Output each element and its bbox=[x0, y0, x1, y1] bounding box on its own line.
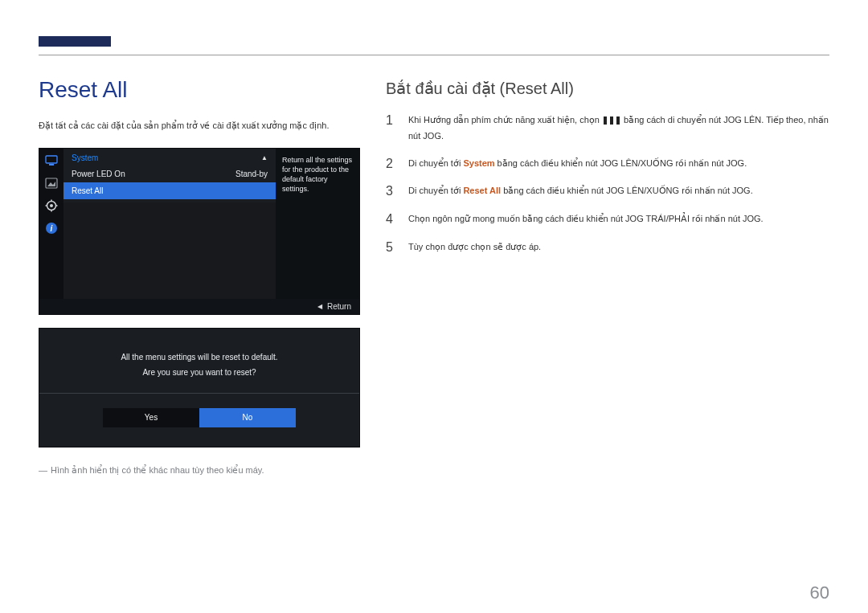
confirm-message: All the menu settings will be reset to d… bbox=[54, 349, 345, 380]
scroll-up-arrow-icon: ▲ bbox=[261, 154, 268, 161]
return-arrow-icon: ◀ bbox=[317, 303, 322, 310]
step-number: 4 bbox=[386, 211, 397, 228]
content-columns: Reset All Đặt tất cả các cài đặt của sản… bbox=[39, 77, 829, 476]
page-title: Reset All bbox=[39, 77, 360, 103]
step-text: Khi Hướng dẫn phím chức năng xuất hiện, … bbox=[408, 112, 829, 145]
osd-main: System ▲ Power LED On Stand-by Reset All bbox=[63, 149, 359, 299]
osd-row-label: Power LED On bbox=[72, 170, 125, 178]
step-4: 4 Chọn ngôn ngữ mong muốn bằng cách điều… bbox=[386, 211, 829, 228]
osd-row-label: Reset All bbox=[72, 186, 103, 195]
note-text: Hình ảnh hiển thị có thể khác nhau tùy t… bbox=[51, 465, 264, 475]
osd-top: i System ▲ Power LED On Stand-by bbox=[39, 149, 359, 299]
step-post: bằng cách điều khiển nút JOG LÊN/XUỐNG r… bbox=[495, 158, 747, 168]
step-pre: Di chuyển tới bbox=[408, 186, 463, 195]
step-pre: Khi Hướng dẫn phím chức năng xuất hiện, … bbox=[408, 115, 602, 125]
step-number: 1 bbox=[386, 112, 397, 145]
osd-footer: ◀ Return bbox=[39, 299, 359, 314]
right-column: Bắt đầu cài đặt (Reset All) 1 Khi Hướng … bbox=[386, 77, 829, 476]
step-3: 3 Di chuyển tới Reset All bằng cách điều… bbox=[386, 183, 829, 200]
header-rule bbox=[39, 55, 829, 55]
step-text: Chọn ngôn ngữ mong muốn bằng cách điều k… bbox=[408, 211, 764, 228]
keyword-system: System bbox=[463, 158, 494, 168]
header-accent-bar bbox=[39, 36, 111, 47]
confirm-no-button: No bbox=[199, 408, 296, 427]
note-dash-icon: ― bbox=[39, 465, 47, 475]
gear-icon bbox=[44, 198, 59, 213]
osd-help-panel: Return all the settings for the product … bbox=[276, 149, 359, 299]
step-1: 1 Khi Hướng dẫn phím chức năng xuất hiện… bbox=[386, 112, 829, 145]
osd-system-menu: i System ▲ Power LED On Stand-by bbox=[39, 148, 360, 315]
menu-icon bbox=[604, 116, 620, 125]
steps-list: 1 Khi Hướng dẫn phím chức năng xuất hiện… bbox=[386, 112, 829, 256]
confirm-yes-button: Yes bbox=[103, 408, 199, 427]
step-2: 2 Di chuyển tới System bằng cách điều kh… bbox=[386, 156, 829, 173]
osd-empty-area bbox=[63, 202, 276, 299]
step-post: bằng cách điều khiển nút JOG LÊN/XUỐNG r… bbox=[501, 186, 753, 195]
steps-heading: Bắt đầu cài đặt (Reset All) bbox=[386, 79, 829, 98]
monitor-icon bbox=[44, 153, 59, 168]
confirm-line-2: Are you sure you want to reset? bbox=[54, 365, 345, 380]
left-column: Reset All Đặt tất cả các cài đặt của sản… bbox=[39, 77, 360, 476]
svg-rect-0 bbox=[46, 156, 57, 163]
step-number: 2 bbox=[386, 156, 397, 173]
osd-section-title-row: System ▲ bbox=[63, 149, 276, 166]
osd-footer-label: Return bbox=[327, 302, 351, 311]
keyword-reset-all: Reset All bbox=[463, 186, 501, 195]
step-number: 3 bbox=[386, 183, 397, 200]
osd-row-power-led: Power LED On Stand-by bbox=[63, 166, 276, 182]
step-text: Di chuyển tới System bằng cách điều khiể… bbox=[408, 156, 747, 173]
step-number: 5 bbox=[386, 239, 397, 256]
osd-row-reset-all: Reset All bbox=[63, 182, 276, 199]
step-pre: Di chuyển tới bbox=[408, 158, 463, 168]
confirm-divider bbox=[39, 393, 359, 394]
svg-rect-1 bbox=[49, 164, 54, 166]
step-5: 5 Tùy chọn được chọn sẽ được áp. bbox=[386, 239, 829, 256]
osd-sidebar: i bbox=[39, 149, 63, 299]
picture-icon bbox=[44, 176, 59, 190]
osd-section-title: System bbox=[72, 153, 98, 162]
osd-row-value: Stand-by bbox=[235, 170, 268, 178]
svg-point-5 bbox=[50, 204, 53, 207]
confirm-buttons: Yes No bbox=[54, 408, 345, 427]
step-text: Tùy chọn được chọn sẽ được áp. bbox=[408, 239, 541, 256]
page-number: 60 bbox=[810, 582, 829, 603]
page: Reset All Đặt tất cả các cài đặt của sản… bbox=[0, 0, 868, 613]
svg-marker-3 bbox=[47, 182, 55, 186]
svg-text:i: i bbox=[51, 224, 53, 233]
intro-text: Đặt tất cả các cài đặt của sản phẩm trở … bbox=[39, 119, 360, 133]
osd-confirm-dialog: All the menu settings will be reset to d… bbox=[39, 328, 360, 447]
info-icon: i bbox=[44, 221, 59, 235]
step-text: Di chuyển tới Reset All bằng cách điều k… bbox=[408, 183, 753, 200]
image-note: ―Hình ảnh hiển thị có thể khác nhau tùy … bbox=[39, 465, 360, 476]
osd-menu: System ▲ Power LED On Stand-by Reset All bbox=[63, 149, 276, 299]
confirm-line-1: All the menu settings will be reset to d… bbox=[54, 349, 345, 365]
